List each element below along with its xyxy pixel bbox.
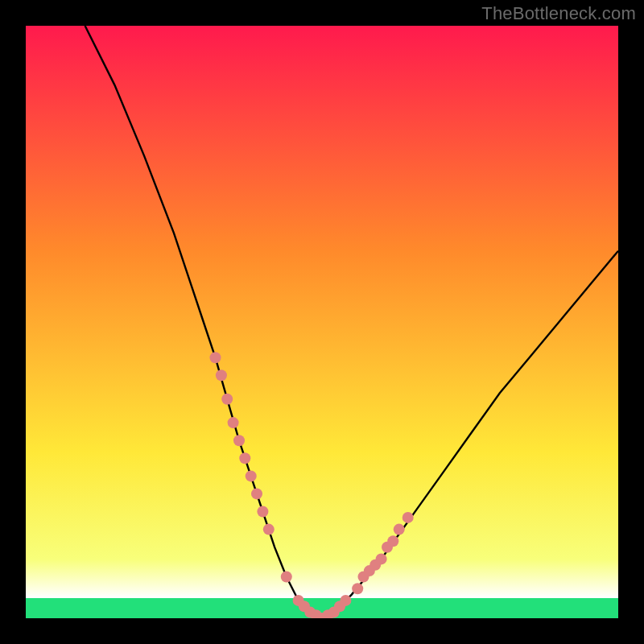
attribution-text: TheBottleneck.com <box>481 3 636 24</box>
data-marker <box>257 506 268 518</box>
data-marker <box>239 452 250 464</box>
data-marker <box>402 512 414 523</box>
bottleneck-chart <box>26 26 618 618</box>
data-marker <box>246 470 257 481</box>
data-marker <box>394 524 405 535</box>
data-marker <box>340 595 351 606</box>
data-marker <box>221 394 233 405</box>
data-marker <box>281 572 292 583</box>
chart-frame: TheBottleneck.com <box>0 0 644 644</box>
data-marker <box>228 417 239 428</box>
data-marker <box>387 535 398 547</box>
gradient-background <box>26 26 618 618</box>
data-marker <box>263 524 275 535</box>
data-marker <box>251 488 262 499</box>
data-marker <box>210 352 221 363</box>
data-marker <box>216 369 227 381</box>
data-marker <box>352 583 363 594</box>
data-marker <box>233 435 245 446</box>
data-marker <box>376 553 387 564</box>
